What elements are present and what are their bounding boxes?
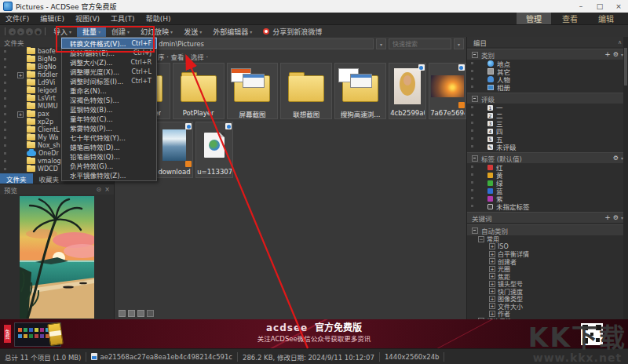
menu-file[interactable]: 文件(F) <box>0 13 35 24</box>
expand-icon[interactable]: + <box>17 111 24 118</box>
close-button[interactable]: × <box>609 0 628 13</box>
path-dropdown-icon[interactable]: ▾ <box>376 38 386 49</box>
expand-box-icon[interactable]: + <box>489 311 495 317</box>
add-icon[interactable]: + <box>604 51 611 58</box>
auto-cat-common[interactable]: −常用 <box>467 235 628 243</box>
catalog-scrollbar[interactable] <box>623 37 628 319</box>
expand-box-icon[interactable]: + <box>489 288 495 294</box>
back-icon[interactable]: ◂ <box>9 28 16 35</box>
auto-cat-item[interactable]: +白平衡详情 <box>467 250 628 258</box>
section-auto-categories[interactable]: 自动类别 <box>467 224 628 235</box>
file-tile-web-image[interactable]: u=1133077... <box>195 122 233 178</box>
pin-icon[interactable]: ⊙ <box>97 186 102 193</box>
refresh-icon[interactable]: ● <box>35 28 42 35</box>
view-mode-icon[interactable] <box>119 310 126 317</box>
rating-4[interactable]: 4四 <box>467 127 628 135</box>
expand-box-icon[interactable]: + <box>489 243 495 249</box>
menu-item-timestamp[interactable]: 调整时间标签(I)...Ctrl+T <box>62 76 156 86</box>
file-tile-potplayer[interactable]: PotPlayer <box>173 63 225 119</box>
auto-cat-item[interactable]: +焦距 <box>467 273 628 281</box>
auto-cat-item[interactable]: +创建者 <box>467 258 628 266</box>
menu-item-negative[interactable]: 负片特效(G)... <box>62 161 156 170</box>
add-icon[interactable]: + <box>604 214 611 221</box>
menu-item-blue-steel[interactable]: 蓝钢特效(B)... <box>62 104 156 114</box>
file-tile-sogou[interactable]: 搜狗高速浏... <box>334 63 386 119</box>
label-green[interactable]: 绿 <box>467 179 628 187</box>
gear-icon[interactable]: ⚙ <box>613 214 619 221</box>
menu-item-pencil[interactable]: 铅笔画特效(Q)... <box>62 151 156 161</box>
rating-1[interactable]: 1一 <box>467 104 628 111</box>
minimize-button[interactable]: – <box>571 0 590 13</box>
label-purple[interactable]: 紫 <box>467 195 628 202</box>
view-mode-icon[interactable] <box>137 310 144 317</box>
section-labels[interactable]: 标签 (默认值) ⚙▾ <box>467 152 628 163</box>
expand-box-icon[interactable]: + <box>489 296 495 302</box>
forward-icon[interactable]: ▸ <box>17 28 24 35</box>
category-people[interactable]: 人物 <box>467 75 628 83</box>
share-weibo-button[interactable]: 分享到新浪微博 <box>257 26 327 37</box>
file-tile-download[interactable]: download <box>155 122 193 178</box>
tab-edit[interactable]: 编辑 <box>589 13 623 24</box>
menu-item-childhood[interactable]: 童年特效(C)... <box>62 114 156 123</box>
auto-cat-item[interactable]: +镜头型号 <box>467 280 628 288</box>
collapse-box-icon[interactable] <box>472 155 478 162</box>
search-input[interactable] <box>389 38 451 49</box>
menu-item-exposure[interactable]: 调整曝光度(X)...Ctrl+L <box>62 67 156 76</box>
menu-item-resize[interactable]: 调整大小(Z)...Ctrl+R <box>62 57 156 67</box>
rating-3[interactable]: 3三 <box>467 119 628 127</box>
sort-bar[interactable]: 序 · 查看 · 选择 · <box>115 51 466 61</box>
collapse-box-icon[interactable] <box>472 228 478 234</box>
external-editor-button[interactable]: 外部编辑器▾ <box>207 26 257 37</box>
tab-folders[interactable]: 文件夹 <box>0 173 33 184</box>
menu-view[interactable]: 视图(V) <box>70 13 105 24</box>
menu-edit[interactable]: 编辑(E) <box>35 13 70 24</box>
collapse-box-icon[interactable]: − <box>478 236 484 242</box>
gear-icon[interactable]: ⚙ <box>613 155 619 162</box>
gear-icon[interactable]: ⚙ <box>613 51 619 58</box>
section-rating[interactable]: 评级 <box>467 93 628 104</box>
rating-5[interactable]: 5五 <box>467 135 628 143</box>
rating-unrated[interactable]: ✎未评级 <box>467 143 628 151</box>
label-blue[interactable]: 蓝 <box>467 187 628 195</box>
collapse-box-icon[interactable] <box>472 52 478 58</box>
auto-cat-item[interactable]: +快门速度 <box>467 288 628 296</box>
collapse-box-icon[interactable] <box>472 96 478 102</box>
category-album[interactable]: 相册 <box>467 83 628 91</box>
label-none[interactable]: 未指定标签 <box>467 202 628 210</box>
section-categories[interactable]: 类别 +⚙▾ <box>467 49 628 60</box>
expand-box-icon[interactable]: + <box>489 266 495 272</box>
send-button[interactable]: 发送▾ <box>178 26 207 37</box>
tab-view[interactable]: 查看 <box>553 13 587 24</box>
expand-box-icon[interactable]: + <box>489 273 495 279</box>
menu-item-purple-haze[interactable]: 紫雾特效(P)... <box>62 123 156 133</box>
tab-manage[interactable]: 管理 <box>517 13 551 24</box>
category-other[interactable]: 其它 <box>467 67 628 75</box>
expand-box-icon[interactable]: + <box>489 281 495 287</box>
menu-item-rename[interactable]: 重命名(N)... <box>62 86 156 95</box>
menu-item-sepia[interactable]: 深褐色特效(S)... <box>62 95 156 104</box>
label-red[interactable]: 红 <box>467 163 628 171</box>
expand-box-icon[interactable]: + <box>489 303 495 309</box>
section-keywords[interactable]: 关键词 +⚙▾ <box>467 212 628 223</box>
menu-item-crayon[interactable]: 蜡笔画特效(D)... <box>62 142 156 151</box>
view-mode-icon[interactable] <box>128 310 135 317</box>
expand-box-icon[interactable]: + <box>489 251 495 257</box>
file-tile-photo[interactable]: 7a67e5694... <box>429 63 466 119</box>
auto-cat-item[interactable]: +光圈 <box>467 265 628 273</box>
rating-2[interactable]: 2二 <box>467 111 628 119</box>
file-tile-photo[interactable]: 4cb2599a0... <box>389 63 426 119</box>
search-dropdown-icon[interactable]: ▾ <box>454 38 464 49</box>
collapse-icon[interactable]: ∧ <box>618 39 622 46</box>
close-icon[interactable]: × <box>104 186 110 193</box>
menu-item-mirror[interactable]: 水平镜像特效(Z)... <box>62 170 156 180</box>
menu-tools[interactable]: 工具(T) <box>105 13 141 24</box>
category-place[interactable]: 地点 <box>467 60 628 67</box>
auto-cat-item[interactable]: +文件大小 <box>467 303 628 311</box>
file-tile-screenshots[interactable]: 屏幕截图 <box>227 63 279 119</box>
expand-icon[interactable]: + <box>17 72 24 78</box>
file-tile-lenovo-screenshots[interactable]: 联想截图 <box>280 63 332 119</box>
tab-favorites[interactable]: 收藏夹 <box>33 173 66 184</box>
auto-cat-item[interactable]: +图像类型 <box>467 295 628 303</box>
up-icon[interactable]: ▴ <box>26 28 33 35</box>
expand-box-icon[interactable]: + <box>489 258 495 264</box>
